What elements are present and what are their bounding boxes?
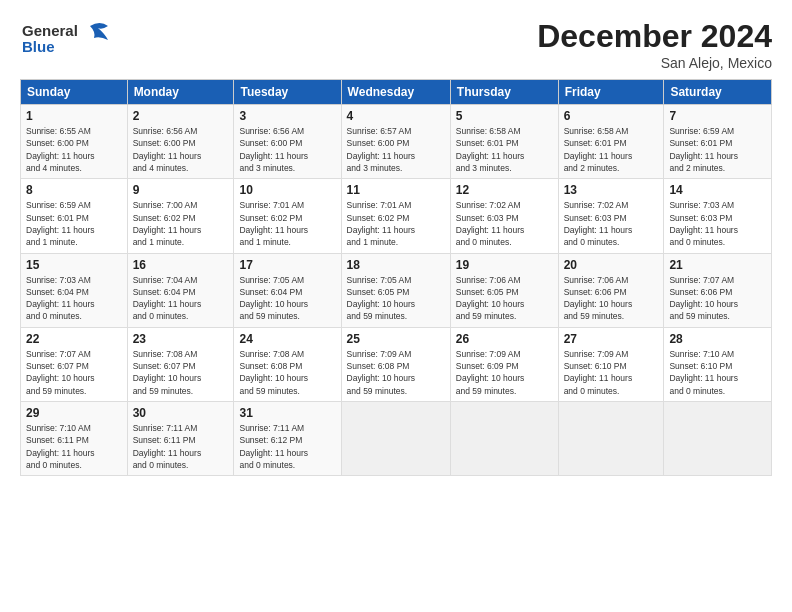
calendar-cell: 23Sunrise: 7:08 AM Sunset: 6:07 PM Dayli… — [127, 327, 234, 401]
day-info: Sunrise: 7:03 AM Sunset: 6:03 PM Dayligh… — [669, 199, 766, 248]
day-info: Sunrise: 6:58 AM Sunset: 6:01 PM Dayligh… — [564, 125, 659, 174]
day-number: 6 — [564, 109, 659, 123]
calendar-cell: 3Sunrise: 6:56 AM Sunset: 6:00 PM Daylig… — [234, 105, 341, 179]
day-info: Sunrise: 7:08 AM Sunset: 6:08 PM Dayligh… — [239, 348, 335, 397]
day-number: 21 — [669, 258, 766, 272]
calendar-cell: 19Sunrise: 7:06 AM Sunset: 6:05 PM Dayli… — [450, 253, 558, 327]
col-header-wednesday: Wednesday — [341, 80, 450, 105]
col-header-monday: Monday — [127, 80, 234, 105]
col-header-saturday: Saturday — [664, 80, 772, 105]
header: General Blue December 2024 San Alejo, Me… — [20, 18, 772, 71]
col-header-tuesday: Tuesday — [234, 80, 341, 105]
day-number: 1 — [26, 109, 122, 123]
logo-block: General Blue — [20, 18, 115, 64]
calendar-cell: 6Sunrise: 6:58 AM Sunset: 6:01 PM Daylig… — [558, 105, 664, 179]
day-info: Sunrise: 7:00 AM Sunset: 6:02 PM Dayligh… — [133, 199, 229, 248]
day-info: Sunrise: 7:09 AM Sunset: 6:09 PM Dayligh… — [456, 348, 553, 397]
day-number: 3 — [239, 109, 335, 123]
calendar-week-row: 1Sunrise: 6:55 AM Sunset: 6:00 PM Daylig… — [21, 105, 772, 179]
calendar-cell: 24Sunrise: 7:08 AM Sunset: 6:08 PM Dayli… — [234, 327, 341, 401]
calendar-week-row: 29Sunrise: 7:10 AM Sunset: 6:11 PM Dayli… — [21, 402, 772, 476]
calendar-cell: 30Sunrise: 7:11 AM Sunset: 6:11 PM Dayli… — [127, 402, 234, 476]
calendar-cell — [664, 402, 772, 476]
day-number: 12 — [456, 183, 553, 197]
page: General Blue December 2024 San Alejo, Me… — [0, 0, 792, 612]
day-info: Sunrise: 7:01 AM Sunset: 6:02 PM Dayligh… — [239, 199, 335, 248]
calendar-cell: 9Sunrise: 7:00 AM Sunset: 6:02 PM Daylig… — [127, 179, 234, 253]
col-header-sunday: Sunday — [21, 80, 128, 105]
calendar-cell: 15Sunrise: 7:03 AM Sunset: 6:04 PM Dayli… — [21, 253, 128, 327]
day-info: Sunrise: 7:01 AM Sunset: 6:02 PM Dayligh… — [347, 199, 445, 248]
day-number: 9 — [133, 183, 229, 197]
title-block: December 2024 San Alejo, Mexico — [537, 18, 772, 71]
day-info: Sunrise: 7:03 AM Sunset: 6:04 PM Dayligh… — [26, 274, 122, 323]
day-info: Sunrise: 7:02 AM Sunset: 6:03 PM Dayligh… — [456, 199, 553, 248]
day-number: 22 — [26, 332, 122, 346]
calendar-cell: 12Sunrise: 7:02 AM Sunset: 6:03 PM Dayli… — [450, 179, 558, 253]
calendar-week-row: 22Sunrise: 7:07 AM Sunset: 6:07 PM Dayli… — [21, 327, 772, 401]
day-info: Sunrise: 7:07 AM Sunset: 6:07 PM Dayligh… — [26, 348, 122, 397]
calendar-cell: 29Sunrise: 7:10 AM Sunset: 6:11 PM Dayli… — [21, 402, 128, 476]
calendar-cell: 20Sunrise: 7:06 AM Sunset: 6:06 PM Dayli… — [558, 253, 664, 327]
svg-text:Blue: Blue — [22, 38, 55, 55]
day-info: Sunrise: 7:02 AM Sunset: 6:03 PM Dayligh… — [564, 199, 659, 248]
calendar-cell — [450, 402, 558, 476]
day-number: 25 — [347, 332, 445, 346]
calendar-cell: 1Sunrise: 6:55 AM Sunset: 6:00 PM Daylig… — [21, 105, 128, 179]
calendar-cell: 21Sunrise: 7:07 AM Sunset: 6:06 PM Dayli… — [664, 253, 772, 327]
day-info: Sunrise: 7:10 AM Sunset: 6:11 PM Dayligh… — [26, 422, 122, 471]
day-info: Sunrise: 7:07 AM Sunset: 6:06 PM Dayligh… — [669, 274, 766, 323]
calendar-table: SundayMondayTuesdayWednesdayThursdayFrid… — [20, 79, 772, 476]
logo-svg: General Blue — [20, 18, 115, 60]
calendar-cell: 28Sunrise: 7:10 AM Sunset: 6:10 PM Dayli… — [664, 327, 772, 401]
calendar-cell: 11Sunrise: 7:01 AM Sunset: 6:02 PM Dayli… — [341, 179, 450, 253]
calendar-cell: 26Sunrise: 7:09 AM Sunset: 6:09 PM Dayli… — [450, 327, 558, 401]
calendar-week-row: 15Sunrise: 7:03 AM Sunset: 6:04 PM Dayli… — [21, 253, 772, 327]
day-number: 2 — [133, 109, 229, 123]
day-info: Sunrise: 7:10 AM Sunset: 6:10 PM Dayligh… — [669, 348, 766, 397]
calendar-cell: 7Sunrise: 6:59 AM Sunset: 6:01 PM Daylig… — [664, 105, 772, 179]
calendar-cell: 14Sunrise: 7:03 AM Sunset: 6:03 PM Dayli… — [664, 179, 772, 253]
day-number: 29 — [26, 406, 122, 420]
day-info: Sunrise: 7:11 AM Sunset: 6:12 PM Dayligh… — [239, 422, 335, 471]
day-info: Sunrise: 7:09 AM Sunset: 6:08 PM Dayligh… — [347, 348, 445, 397]
day-number: 17 — [239, 258, 335, 272]
day-number: 23 — [133, 332, 229, 346]
col-header-thursday: Thursday — [450, 80, 558, 105]
day-number: 11 — [347, 183, 445, 197]
month-year-title: December 2024 — [537, 18, 772, 55]
day-info: Sunrise: 7:06 AM Sunset: 6:05 PM Dayligh… — [456, 274, 553, 323]
day-number: 27 — [564, 332, 659, 346]
day-info: Sunrise: 6:59 AM Sunset: 6:01 PM Dayligh… — [669, 125, 766, 174]
svg-text:General: General — [22, 22, 78, 39]
calendar-cell: 2Sunrise: 6:56 AM Sunset: 6:00 PM Daylig… — [127, 105, 234, 179]
calendar-cell: 18Sunrise: 7:05 AM Sunset: 6:05 PM Dayli… — [341, 253, 450, 327]
calendar-cell: 31Sunrise: 7:11 AM Sunset: 6:12 PM Dayli… — [234, 402, 341, 476]
day-info: Sunrise: 6:57 AM Sunset: 6:00 PM Dayligh… — [347, 125, 445, 174]
day-info: Sunrise: 7:05 AM Sunset: 6:05 PM Dayligh… — [347, 274, 445, 323]
calendar-cell: 25Sunrise: 7:09 AM Sunset: 6:08 PM Dayli… — [341, 327, 450, 401]
day-info: Sunrise: 7:08 AM Sunset: 6:07 PM Dayligh… — [133, 348, 229, 397]
calendar-cell — [558, 402, 664, 476]
calendar-cell: 16Sunrise: 7:04 AM Sunset: 6:04 PM Dayli… — [127, 253, 234, 327]
day-number: 13 — [564, 183, 659, 197]
calendar-cell: 8Sunrise: 6:59 AM Sunset: 6:01 PM Daylig… — [21, 179, 128, 253]
day-info: Sunrise: 6:58 AM Sunset: 6:01 PM Dayligh… — [456, 125, 553, 174]
day-number: 4 — [347, 109, 445, 123]
day-number: 31 — [239, 406, 335, 420]
day-number: 15 — [26, 258, 122, 272]
calendar-cell: 10Sunrise: 7:01 AM Sunset: 6:02 PM Dayli… — [234, 179, 341, 253]
day-number: 16 — [133, 258, 229, 272]
day-info: Sunrise: 6:56 AM Sunset: 6:00 PM Dayligh… — [133, 125, 229, 174]
day-number: 7 — [669, 109, 766, 123]
day-info: Sunrise: 7:09 AM Sunset: 6:10 PM Dayligh… — [564, 348, 659, 397]
calendar-cell: 4Sunrise: 6:57 AM Sunset: 6:00 PM Daylig… — [341, 105, 450, 179]
calendar-cell: 17Sunrise: 7:05 AM Sunset: 6:04 PM Dayli… — [234, 253, 341, 327]
day-number: 28 — [669, 332, 766, 346]
day-info: Sunrise: 7:11 AM Sunset: 6:11 PM Dayligh… — [133, 422, 229, 471]
day-number: 19 — [456, 258, 553, 272]
location-title: San Alejo, Mexico — [537, 55, 772, 71]
day-info: Sunrise: 7:06 AM Sunset: 6:06 PM Dayligh… — [564, 274, 659, 323]
day-number: 18 — [347, 258, 445, 272]
day-number: 26 — [456, 332, 553, 346]
